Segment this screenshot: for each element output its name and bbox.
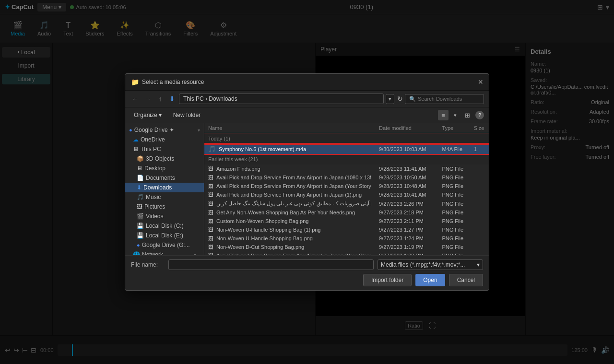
list-item[interactable]: 🖼آپنی ضروریات کے مطابق کوئی بھی غیر بلی … <box>204 199 489 208</box>
png-icon: 🖼 <box>208 218 213 224</box>
tree-label: Downloads <box>143 184 172 191</box>
list-item[interactable]: 🖼Avail Pick and Drop Service From Any Ai… <box>204 190 489 199</box>
tree-label: Documents <box>146 175 175 181</box>
import-folder-button[interactable]: Import folder <box>363 274 412 286</box>
tree-label: Music <box>146 194 161 200</box>
tree-item-downloads[interactable]: ⬇ Downloads <box>125 183 204 192</box>
tree-item-google-drive2[interactable]: ● Google Drive (G:... <box>125 240 204 250</box>
onedrive-icon: ☁ <box>133 136 139 143</box>
tree-item-local-c[interactable]: 💾 Local Disk (C:) <box>125 221 204 231</box>
view-details-dropdown[interactable]: ▾ <box>451 110 459 120</box>
tree-item-documents[interactable]: 📄 Documents <box>125 173 204 183</box>
tree-item-local-e[interactable]: 💾 Local Disk (E:) <box>125 231 204 240</box>
desktop-icon: 🖥 <box>137 165 142 172</box>
new-folder-button[interactable]: New folder <box>169 110 204 120</box>
back-button[interactable]: ← <box>130 94 141 104</box>
list-item[interactable]: 🖼Amazon Finds.png 9/28/2023 11:41 AM PNG… <box>204 164 489 173</box>
tree-item-music[interactable]: 🎵 Music <box>125 192 204 202</box>
file-type-text: Media files (*.mpg;*.f4v;*.mov;*... <box>381 261 465 268</box>
open-button[interactable]: Open <box>415 274 445 286</box>
list-item[interactable]: 🖼Get Any Non-Woven Shopping Bag As Per Y… <box>204 208 489 217</box>
organize-chevron: ▾ <box>159 112 162 118</box>
file-dialog: 📁 Select a media resource × ← → ↑ ⬇ This… <box>125 73 489 291</box>
search-icon: 🔍 <box>409 96 416 102</box>
3d-icon: 📦 <box>137 155 144 162</box>
png-icon: 🖼 <box>208 192 213 198</box>
cancel-button[interactable]: Cancel <box>449 274 483 286</box>
list-item[interactable]: 🖼Custom Non-Woven Shopping Bag.png 9/27/… <box>204 217 489 225</box>
tree-label: Pictures <box>144 203 165 210</box>
png-icon: 🖼 <box>208 235 213 241</box>
col-date[interactable]: Date modified <box>375 123 438 133</box>
col-type[interactable]: Type <box>438 123 470 133</box>
search-input[interactable] <box>418 96 480 102</box>
expand-arrow: ▾ <box>198 128 200 133</box>
png-icon: 🖼 <box>208 175 213 180</box>
local-e-icon: 💾 <box>137 232 144 239</box>
list-item[interactable]: 🖼Avail Pick and Drop Service From Any Ai… <box>204 251 489 255</box>
file-browser: ● Google Drive ✦ ▾ ☁ OneDrive 🖥 This PC … <box>125 123 489 255</box>
group-today: Today (1) <box>204 133 489 144</box>
list-item[interactable]: 🖼Non-Woven U-Handle Shopping Bag (1).png… <box>204 225 489 234</box>
tree-item-3d-objects[interactable]: 📦 3D Objects <box>125 154 204 164</box>
list-item[interactable]: 🖼Non-Woven U-Handle Shopping Bag.png 9/2… <box>204 234 489 243</box>
file-type-dropdown[interactable]: Media files (*.mpg;*.f4v;*.mov;*... ▾ <box>378 259 483 270</box>
file-list[interactable]: Name Date modified Type Size Today (1) <box>204 123 489 255</box>
file-symphony[interactable]: 🎵 Symphony No.6 (1st movement).m4a 9/30/… <box>204 144 489 154</box>
dialog-toolbar: Organize ▾ New folder ≡ ▾ ⊞ ? <box>125 107 489 123</box>
list-item[interactable]: 🖼Avail Pick and Drop Service From Any Ai… <box>204 182 489 190</box>
png-icon: 🖼 <box>208 227 213 233</box>
tree-item-videos[interactable]: 🎬 Videos <box>125 211 204 221</box>
toolbar-right: ≡ ▾ ⊞ ? <box>438 110 484 120</box>
breadcrumb[interactable]: This PC › Downloads <box>179 94 384 104</box>
file-type-chevron: ▾ <box>477 261 480 268</box>
png-icon: 🖼 <box>208 166 213 172</box>
toolbar-left: Organize ▾ New folder <box>130 110 204 120</box>
pc-icon: 🖥 <box>133 146 139 153</box>
up-button[interactable]: ↑ <box>155 94 165 104</box>
dialog-title-text: Select a media resource <box>142 79 204 85</box>
google-drive2-icon: ● <box>137 242 140 248</box>
tree-label: Videos <box>146 213 163 220</box>
list-item[interactable]: 🖼Non-Woven D-Cut Shopping Bag.png 9/27/2… <box>204 243 489 251</box>
search-bar[interactable]: 🔍 <box>405 94 484 104</box>
file-name-input[interactable] <box>168 259 374 270</box>
tree-label: Google Drive ✦ <box>134 127 174 133</box>
col-size[interactable]: Size <box>470 123 489 133</box>
tree-label: 3D Objects <box>146 155 174 162</box>
png-icon: 🖼 <box>208 244 213 250</box>
png-icon: 🖼 <box>208 210 213 215</box>
forward-button[interactable]: → <box>142 94 153 104</box>
list-item[interactable]: 🖼Avail Pick and Drop Service From Any Ai… <box>204 173 489 182</box>
tree-item-this-pc[interactable]: 🖥 This PC <box>125 144 204 154</box>
dialog-bottom: File name: Media files (*.mpg;*.f4v;*.mo… <box>125 255 489 290</box>
organize-button[interactable]: Organize ▾ <box>130 110 165 120</box>
tree-label: OneDrive <box>141 136 165 143</box>
tree-item-google-drive[interactable]: ● Google Drive ✦ ▾ <box>125 125 204 135</box>
dialog-navbar: ← → ↑ ⬇ This PC › Downloads ▾ ↻ 🔍 <box>125 91 489 107</box>
refresh-button[interactable]: ↻ <box>397 95 403 103</box>
videos-icon: 🎬 <box>137 213 144 220</box>
view-grid-button[interactable]: ⊞ <box>462 110 472 120</box>
network-icon: 🌐 <box>133 251 140 255</box>
col-name[interactable]: Name <box>204 123 375 133</box>
dialog-overlay: 📁 Select a media resource × ← → ↑ ⬇ This… <box>0 0 614 364</box>
google-drive-icon: ● <box>129 127 132 133</box>
file-table: Name Date modified Type Size Today (1) <box>204 123 489 255</box>
m4a-file-icon: 🎵 <box>208 145 216 153</box>
organize-label: Organize <box>134 112 157 118</box>
file-tree: ● Google Drive ✦ ▾ ☁ OneDrive 🖥 This PC … <box>125 123 204 255</box>
tree-item-network[interactable]: 🌐 Network ▾ <box>125 250 204 255</box>
help-button[interactable]: ? <box>475 111 484 119</box>
view-list-button[interactable]: ≡ <box>438 110 449 120</box>
file-name-label: File name: <box>131 261 165 268</box>
local-c-icon: 💾 <box>137 223 144 229</box>
png-icon: 🖼 <box>208 201 213 207</box>
dialog-actions: Import folder Open Cancel <box>131 274 483 286</box>
tree-item-onedrive[interactable]: ☁ OneDrive <box>125 135 204 144</box>
tree-label: Network <box>142 251 163 255</box>
tree-item-desktop[interactable]: 🖥 Desktop <box>125 164 204 173</box>
breadcrumb-dropdown[interactable]: ▾ <box>386 94 394 104</box>
tree-item-pictures[interactable]: 🖼 Pictures <box>125 202 204 211</box>
dialog-close-button[interactable]: × <box>478 78 483 86</box>
